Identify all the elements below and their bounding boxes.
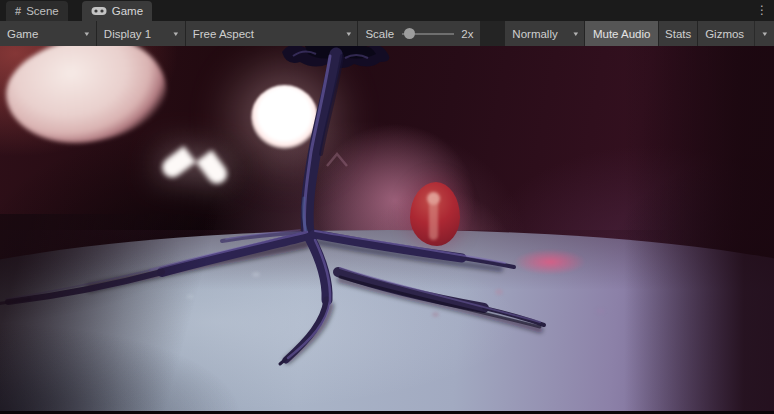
play-mode-label: Normally (512, 28, 557, 40)
unity-game-view-window: # Scene Game ⋮ Game ▾ Display 1 ▾ Free (0, 0, 774, 414)
tab-bar: # Scene Game ⋮ (0, 0, 774, 21)
mute-audio-label: Mute Audio (593, 28, 651, 40)
game-view-menu-dropdown[interactable]: Game ▾ (0, 21, 96, 46)
scale-value: 2x (461, 28, 473, 40)
caret-down-icon: ▾ (85, 30, 90, 38)
aspect-ratio-label: Free Aspect (193, 28, 254, 40)
mute-audio-button[interactable]: Mute Audio (585, 21, 658, 46)
stats-button[interactable]: Stats (659, 21, 697, 46)
caret-down-icon: ▾ (346, 30, 351, 38)
grid-icon: # (15, 5, 21, 17)
tab-scene-label: Scene (26, 5, 59, 17)
gizmos-label: Gizmos (705, 28, 744, 40)
toolbar-spacer (481, 21, 505, 46)
aspect-ratio-dropdown[interactable]: Free Aspect ▾ (186, 21, 358, 46)
game-view-toolbar: Game ▾ Display 1 ▾ Free Aspect ▾ Scale 2… (0, 21, 774, 46)
game-viewport[interactable] (0, 46, 774, 414)
game-view-menu-label: Game (7, 28, 38, 40)
display-dropdown-label: Display 1 (104, 28, 151, 40)
tab-game[interactable]: Game (82, 1, 152, 21)
scale-slider[interactable] (402, 28, 454, 40)
caret-down-icon: ▾ (174, 30, 179, 38)
display-dropdown[interactable]: Display 1 ▾ (97, 21, 185, 46)
gizmos-divider (754, 21, 755, 46)
tab-game-label: Game (112, 5, 143, 17)
caret-down-icon[interactable]: ▾ (763, 30, 768, 38)
caret-down-icon: ▾ (573, 30, 578, 38)
play-mode-dropdown[interactable]: Normally ▾ (505, 21, 584, 46)
gamepad-icon (91, 6, 107, 16)
scale-slider-handle[interactable] (404, 28, 415, 39)
right-wall-shade (624, 46, 774, 414)
bottom-left-vignette (0, 324, 240, 414)
stats-label: Stats (665, 28, 691, 40)
gizmos-dropdown[interactable]: Gizmos ▾ (698, 21, 774, 46)
scale-label: Scale (365, 28, 394, 40)
tab-scene[interactable]: # Scene (6, 1, 68, 21)
overflow-menu-icon[interactable]: ⋮ (755, 1, 769, 19)
scale-control: Scale 2x (358, 21, 480, 46)
